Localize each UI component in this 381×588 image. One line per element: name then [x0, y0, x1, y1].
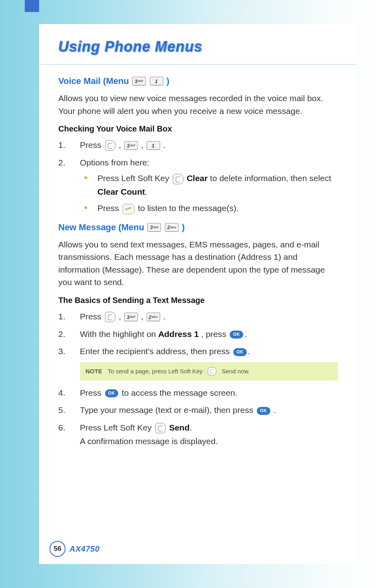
page-number: 56: [50, 541, 65, 557]
clear-label: Clear: [187, 173, 208, 183]
text: Options from here:: [80, 158, 149, 167]
key-2abc-icon: 2 abc: [165, 223, 179, 232]
key-1-icon: 1: [147, 141, 160, 150]
sep: ,: [119, 312, 123, 321]
send-label: Send: [169, 423, 189, 432]
key-3def-icon: 3 def: [124, 313, 138, 321]
key-num: 3: [127, 143, 129, 148]
key-1-icon: 1: [150, 77, 163, 86]
key-num: 3: [150, 225, 153, 230]
ok-pill-icon: OK: [257, 407, 270, 415]
key-sub: def: [138, 80, 143, 83]
end: .: [244, 329, 247, 339]
vm-step-2: Options from here: Press Left Soft Key C…: [58, 156, 338, 215]
vm-option-listen: Press to listen to the message(s).: [80, 201, 338, 215]
left-softkey-icon: [105, 312, 115, 322]
key-num: 2: [149, 315, 151, 320]
sep: ,: [119, 140, 123, 149]
new-message-steps-cont: Press OK to access the message screen. T…: [58, 386, 338, 448]
left-softkey-icon: [105, 140, 115, 151]
send-key-icon: [123, 204, 135, 214]
nm-step-3: Enter the recipient's address, then pres…: [58, 345, 338, 358]
key-num: 2: [167, 225, 170, 230]
left-softkey-icon: [208, 367, 216, 375]
key-2abc-icon: 2 abc: [147, 313, 160, 321]
nm-step-6: Press Left Soft Key Send. A confirmation…: [58, 421, 338, 448]
text: With the highlight on: [80, 329, 158, 339]
key-sub: abc: [171, 226, 177, 229]
new-message-heading-prefix: New Message (Menu: [58, 222, 144, 233]
key-3def-icon: 3 def: [147, 223, 161, 232]
key-num: 1: [151, 143, 154, 148]
end: .: [274, 405, 276, 415]
voice-mail-steps: Press , 3 def , 1 . Options from here: P…: [58, 138, 338, 215]
voice-mail-heading-prefix: Voice Mail (Menu: [58, 76, 129, 86]
basics-heading: The Basics of Sending a Text Message: [58, 296, 338, 305]
voice-mail-heading-suffix: ): [167, 76, 169, 86]
page-content: Using Phone Menus Voice Mail (Menu 3 def…: [39, 24, 357, 564]
vm-step-1: Press , 3 def , 1 .: [58, 138, 338, 152]
text: Type your message (text or e-mail), then…: [80, 405, 256, 415]
voice-mail-heading: Voice Mail (Menu 3 def 1 ): [58, 76, 338, 86]
nm-step-1: Press , 3 def , 2 abc .: [58, 310, 338, 323]
end: .: [163, 312, 165, 321]
text: Press: [80, 312, 104, 321]
vm-options: Press Left Soft Key Clear to delete info…: [80, 171, 338, 215]
text: , press: [201, 329, 229, 339]
key-num: 1: [155, 79, 158, 84]
new-message-intro: Allows you to send text messages, EMS me…: [58, 238, 338, 289]
side-tab: [25, 0, 39, 12]
note-box: NOTE To send a page, press Left Soft Key…: [80, 362, 338, 381]
key-sub: abc: [152, 315, 158, 319]
text: to access the message screen.: [122, 388, 237, 397]
key-num: 3: [135, 79, 137, 84]
key-sub: def: [130, 144, 135, 147]
text: to delete information, then select: [210, 173, 331, 183]
nm-step-5: Type your message (text or e-mail), then…: [58, 403, 338, 417]
note-text-1: To send a page, press Left Soft Key: [108, 368, 203, 375]
key-3def-icon: 3 def: [132, 77, 146, 86]
address-1-label: Address 1: [158, 329, 199, 339]
text: Enter the recipient's address, then pres…: [80, 347, 232, 356]
ok-pill-icon: OK: [230, 331, 243, 339]
new-message-heading: New Message (Menu 3 def 2 abc ): [58, 222, 338, 233]
vm-option-clear: Press Left Soft Key Clear to delete info…: [80, 171, 338, 198]
ok-pill-icon: OK: [105, 389, 119, 397]
end: .: [248, 347, 250, 356]
text: Press: [80, 388, 104, 397]
checking-heading: Checking Your Voice Mail Box: [58, 124, 338, 134]
model-label: AX4750: [69, 544, 99, 554]
left-softkey-icon: [155, 423, 166, 433]
voice-mail-intro: Allows you to view new voice messages re…: [58, 92, 338, 117]
divider: [39, 64, 357, 65]
key-sub: def: [153, 226, 159, 229]
text: Press Left Soft Key: [97, 173, 172, 183]
end: .: [145, 187, 147, 196]
new-message-steps: Press , 3 def , 2 abc . With the highlig…: [58, 310, 338, 358]
text: to listen to the message(s).: [138, 203, 238, 213]
sep: ,: [141, 312, 146, 321]
new-message-heading-suffix: ): [182, 222, 185, 233]
nm-step-4: Press OK to access the message screen.: [58, 386, 338, 400]
end: .: [190, 423, 192, 432]
key-3def-icon: 3 def: [124, 141, 138, 150]
key-sub: def: [130, 315, 135, 319]
text: A confirmation message is displayed.: [80, 437, 218, 446]
sep: ,: [141, 140, 146, 149]
note-text-2: Send now.: [222, 368, 250, 375]
nm-step-2: With the highlight on Address 1 , press …: [58, 327, 338, 341]
clear-count-label: Clear Count: [97, 187, 145, 196]
text: Press: [97, 203, 121, 213]
end: .: [163, 140, 165, 149]
ok-pill-icon: OK: [233, 348, 247, 356]
key-num: 3: [127, 315, 129, 320]
page-title: Using Phone Menus: [58, 38, 338, 55]
left-softkey-icon: [173, 174, 183, 184]
page-footer: 56 AX4750: [50, 541, 99, 557]
text: Press: [80, 140, 104, 149]
text: Press Left Soft Key: [80, 423, 154, 432]
note-label: NOTE: [85, 368, 102, 375]
